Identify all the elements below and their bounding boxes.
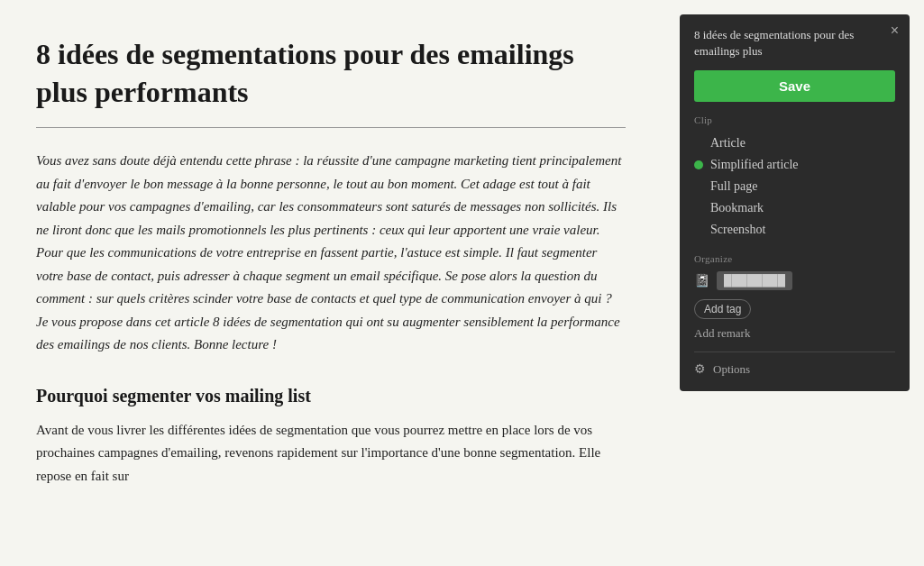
- article-subheading: Pourquoi segmenter vos mailing list: [36, 386, 626, 406]
- popup-header: 8 idées de segmentations pour des emaili…: [694, 27, 895, 59]
- clip-item-screenshot[interactable]: Screenshot: [694, 219, 895, 241]
- add-tag-button[interactable]: Add tag: [694, 299, 751, 319]
- clip-item-bookmark[interactable]: Bookmark: [694, 197, 895, 219]
- options-label: Options: [713, 362, 750, 377]
- gear-icon: ⚙: [694, 361, 706, 377]
- clip-dot-empty-bookmark: [694, 204, 703, 213]
- clip-section-label: Clip: [694, 114, 895, 125]
- notebook-icon: 📓: [694, 273, 709, 288]
- clip-label-screenshot: Screenshot: [710, 223, 765, 237]
- article-title: 8 idées de segmentations pour des emaili…: [36, 36, 626, 111]
- clip-dot-simplified: [694, 160, 703, 169]
- options-row[interactable]: ⚙ Options: [694, 351, 895, 377]
- close-button[interactable]: ×: [891, 23, 899, 38]
- article-area: 8 idées de segmentations pour des emaili…: [0, 0, 680, 566]
- clip-item-fullpage[interactable]: Full page: [694, 176, 895, 197]
- notebook-row: 📓 ████████: [694, 271, 895, 290]
- clip-dot-empty-fullpage: [694, 182, 703, 191]
- clip-label-simplified: Simplified article: [710, 158, 799, 172]
- organize-section: Organize 📓 ████████ Add tag Add remark: [694, 253, 895, 341]
- clip-label-article: Article: [710, 136, 746, 151]
- clip-item-article[interactable]: Article: [694, 132, 895, 154]
- clip-label-fullpage: Full page: [710, 179, 758, 194]
- article-divider: [36, 127, 626, 128]
- article-body: Avant de vous livrer les différentes idé…: [36, 419, 626, 488]
- clip-section: Clip Article Simplified article Full pag…: [694, 114, 895, 241]
- article-intro: Vous avez sans doute déjà entendu cette …: [36, 150, 626, 357]
- notebook-label: ████████: [717, 271, 792, 290]
- popup-panel: 8 idées de segmentations pour des emaili…: [680, 14, 910, 391]
- clip-label-bookmark: Bookmark: [710, 201, 764, 215]
- clip-dot-empty-article: [694, 139, 703, 148]
- clip-dot-empty-screenshot: [694, 225, 703, 234]
- organize-section-label: Organize: [694, 253, 895, 264]
- save-button[interactable]: Save: [694, 70, 895, 102]
- clip-item-simplified[interactable]: Simplified article: [694, 154, 895, 176]
- add-remark-link[interactable]: Add remark: [694, 326, 895, 341]
